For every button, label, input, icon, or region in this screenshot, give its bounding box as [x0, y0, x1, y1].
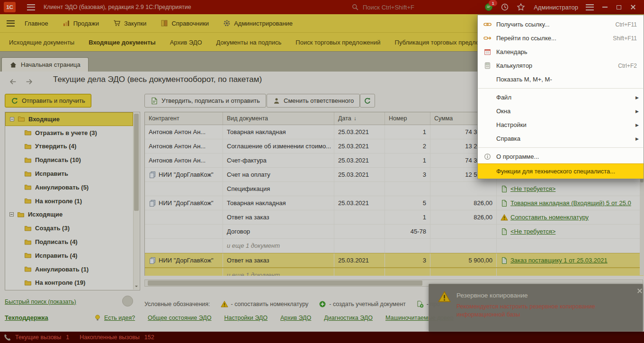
- document-link[interactable]: <Не требуется>: [510, 185, 555, 192]
- warning-icon: [501, 214, 508, 221]
- tree-item[interactable]: Утвердить (4): [5, 140, 140, 153]
- approve-sign-send-button[interactable]: Утвердить, подписать и отправить: [144, 94, 266, 108]
- tree-item-label: Подписать (10): [35, 156, 81, 163]
- contractor-name: НИИ "ДорГлавКож": [159, 171, 214, 178]
- send-receive-button[interactable]: Отправить и получить: [5, 94, 91, 108]
- cell-contractor: НИИ "ДорГлавКож": [145, 253, 223, 267]
- tree-item[interactable]: Создать (3): [5, 221, 140, 235]
- history-icon: [501, 3, 509, 11]
- refresh-button[interactable]: [360, 94, 375, 108]
- section-0[interactable]: Главное: [18, 14, 55, 32]
- table-row-10[interactable]: и еще 1 документ: [145, 268, 644, 276]
- subsection-2[interactable]: Архив ЭДО: [163, 39, 209, 46]
- tree-item[interactable]: На контроле (1): [5, 194, 140, 208]
- subsection-3[interactable]: Документы на подпись: [209, 39, 289, 46]
- footer-link[interactable]: Настройки ЭДО: [224, 315, 268, 321]
- current-calls-label[interactable]: Текущие вызовы: [15, 334, 61, 341]
- tree-item[interactable]: Подписать (10): [5, 153, 140, 167]
- support-link[interactable]: Техподдержка: [5, 314, 48, 321]
- forward-button[interactable]: [23, 76, 35, 87]
- back-button[interactable]: [7, 76, 19, 87]
- minimize-button[interactable]: [598, 0, 612, 14]
- table-row-9[interactable]: НИИ "ДорГлавКож"Ответ на заказ25.03.2021…: [145, 253, 644, 268]
- menu-item-3[interactable]: КалькуляторCtrl+F2: [478, 59, 644, 72]
- service-menu-button[interactable]: [586, 4, 594, 10]
- menu-item-8[interactable]: Настройки▶: [478, 118, 644, 132]
- cell-contractor: [145, 210, 223, 224]
- menu-item-9[interactable]: Справка▶: [478, 132, 644, 145]
- quick-search-link[interactable]: Быстрый поиск (показать): [5, 298, 76, 305]
- tree-item[interactable]: Отразить в учете (3): [5, 126, 140, 140]
- scroll-down-arrow-icon[interactable]: [134, 284, 139, 289]
- menu-item-shortcut: Ctrl+F11: [616, 21, 637, 28]
- change-responsible-button[interactable]: Сменить ответственного: [267, 94, 360, 108]
- tree-scrollbar-thumb[interactable]: [134, 114, 139, 211]
- tree-group-1[interactable]: Исходящие: [5, 208, 140, 222]
- column-header-0[interactable]: Контрагент: [145, 112, 223, 125]
- subsection-4[interactable]: Поиск торговых предложений: [288, 39, 387, 46]
- global-search[interactable]: Поиск Ctrl+Shift+F: [351, 0, 414, 14]
- folder-icon: [24, 197, 32, 205]
- tree-item[interactable]: Подписать (4): [5, 235, 140, 249]
- menu-item-1[interactable]: Перейти по ссылке...Shift+F11: [478, 31, 644, 45]
- window-menu-icon[interactable]: [27, 4, 35, 10]
- notification-toast[interactable]: Резервное копирование Рекомендуется наст…: [429, 284, 643, 332]
- subsection-0[interactable]: Исходящие документы: [2, 39, 81, 46]
- column-header-label: Вид документа: [227, 115, 268, 122]
- folder-icon: [24, 183, 32, 191]
- section-2[interactable]: Закупки: [106, 14, 153, 32]
- document-link[interactable]: Заказ поставщику 1 от 25.03.2021: [510, 257, 608, 264]
- maximize-button[interactable]: [612, 0, 626, 14]
- footer-link-2: Архив ЭДО: [280, 315, 311, 321]
- accumulated-calls-label[interactable]: Накопленные вызовы: [80, 334, 140, 341]
- idea-link[interactable]: Есть идея?: [104, 315, 135, 321]
- tree-item[interactable]: Аннулировать (1): [5, 262, 140, 276]
- table-row-4[interactable]: Спецификация<Не требуется>: [145, 182, 644, 196]
- cell-date: 25.03.2021: [334, 153, 385, 167]
- document-link[interactable]: Товарная накладная (Входящий) 5 от 25.0: [510, 199, 631, 207]
- document-link[interactable]: <Не требуется>: [510, 228, 555, 235]
- tree-item[interactable]: Исправить (4): [5, 249, 140, 262]
- footer-link[interactable]: Архив ЭДО: [280, 315, 311, 321]
- toast-message-link[interactable]: Рекомендуется настроить резервное копиро…: [456, 303, 613, 319]
- close-button[interactable]: [626, 0, 640, 14]
- table-row-6[interactable]: Ответ на заказ1826,00Сопоставить номенкл…: [145, 210, 644, 225]
- section-3[interactable]: Справочники: [153, 14, 216, 32]
- tree-item[interactable]: Аннулировать (5): [5, 181, 140, 194]
- menu-separator: [478, 88, 643, 89]
- menu-item-2[interactable]: Календарь: [478, 45, 644, 59]
- cell-number: 1: [385, 153, 430, 167]
- tree-item[interactable]: Исправить: [5, 167, 140, 181]
- favorites-button[interactable]: [517, 3, 525, 11]
- tree-scrollbar[interactable]: [133, 113, 139, 289]
- tree-group-0[interactable]: Входящие: [5, 112, 133, 126]
- close-icon: [630, 4, 636, 10]
- table-row-5[interactable]: НИИ "ДорГлавКож"Товарная накладная25.03.…: [145, 196, 644, 210]
- tree-item[interactable]: На контроле (19): [5, 276, 140, 290]
- menu-item-11[interactable]: О программе...: [478, 150, 644, 163]
- sections-menu-icon[interactable]: [7, 20, 15, 27]
- subsection-1[interactable]: Входящие документы: [81, 39, 162, 46]
- menu-item-0[interactable]: Получить ссылку...Ctrl+F11: [478, 18, 644, 31]
- document-link[interactable]: Сопоставить номенклатуру: [510, 214, 589, 221]
- footer-link[interactable]: Общее состояние ЭДО: [148, 315, 211, 321]
- menu-item-12[interactable]: Функции для технического специалиста...: [478, 163, 644, 179]
- table-row-8[interactable]: и еще 1 документ: [145, 239, 644, 253]
- column-header-3[interactable]: Номер: [385, 112, 430, 125]
- person-icon: [273, 97, 280, 105]
- column-header-1[interactable]: Вид документа: [223, 112, 334, 125]
- discussions-button[interactable]: 1: [484, 3, 493, 11]
- table-row-7[interactable]: Договор45-78<Не требуется>: [145, 225, 644, 239]
- menu-item-label: Калькулятор: [496, 62, 618, 69]
- column-header-2[interactable]: Дата↓: [334, 112, 385, 125]
- table-hscrollbar-thumb[interactable]: [148, 280, 422, 286]
- menu-item-4[interactable]: Показать М, М+, М-: [478, 72, 644, 86]
- menu-item-7[interactable]: Окна▶: [478, 104, 644, 118]
- section-1[interactable]: Продажи: [55, 14, 106, 32]
- tab-home-page[interactable]: Начальная страница: [1, 57, 89, 72]
- menu-item-6[interactable]: Файл▶: [478, 90, 644, 104]
- section-4[interactable]: Администрирование: [216, 14, 300, 32]
- history-button[interactable]: [501, 3, 509, 11]
- quick-search-circle-button[interactable]: [122, 296, 133, 307]
- footer-link[interactable]: Диагностика ЭДО: [324, 315, 373, 321]
